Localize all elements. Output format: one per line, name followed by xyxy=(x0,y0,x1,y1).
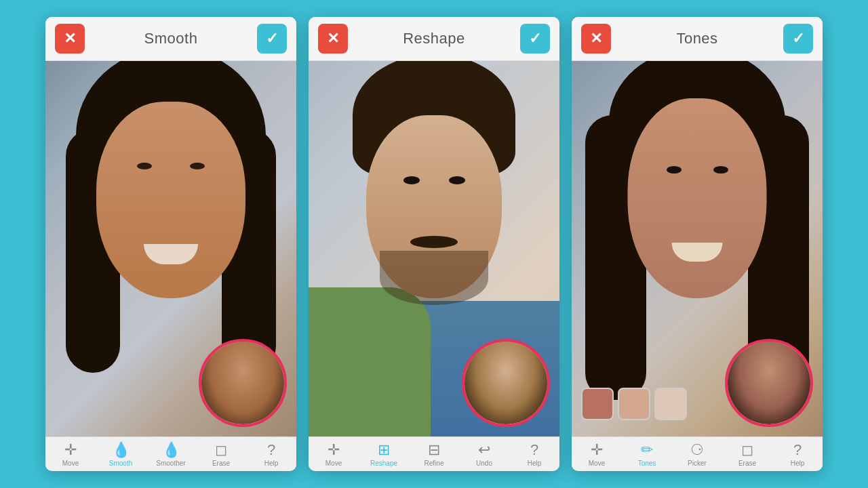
smooth-tool-smoother[interactable]: 💧 Smoother xyxy=(153,443,189,467)
tone-swatch-3[interactable] xyxy=(654,388,687,420)
move-label-2: Move xyxy=(326,460,342,467)
move-label: Move xyxy=(62,460,79,467)
erase-icon-3: ◻ xyxy=(741,443,753,458)
smooth-before-thumb xyxy=(199,339,287,427)
confirm-icon-3: ✓ xyxy=(792,30,804,47)
reshape-toolbar: ✛ Move ⊞ Reshape ⊟ Refine ↩ Undo ? Help xyxy=(309,436,559,471)
reshape-tool-refine[interactable]: ⊟ Refine xyxy=(416,443,452,467)
move-icon: ✛ xyxy=(64,443,77,458)
smoother-icon: 💧 xyxy=(162,443,180,458)
smooth-title: Smooth xyxy=(144,30,198,47)
reshape-panel: ✕ Reshape ✓ xyxy=(309,17,559,471)
tones-tool-picker[interactable]: ⚆ Picker xyxy=(679,443,715,467)
confirm-icon: ✓ xyxy=(266,30,278,47)
tone-swatch-1[interactable] xyxy=(581,388,614,420)
tones-label: Tones xyxy=(638,460,656,467)
smooth-tool-help[interactable]: ? Help xyxy=(253,443,290,467)
move-label-3: Move xyxy=(589,460,605,467)
help-icon: ? xyxy=(267,443,275,458)
smooth-photo-area xyxy=(45,61,296,436)
smoother-label: Smoother xyxy=(156,460,185,467)
undo-icon: ↩ xyxy=(478,443,490,458)
smooth-tool-erase[interactable]: ◻ Erase xyxy=(203,443,239,467)
smooth-confirm-button[interactable]: ✓ xyxy=(257,24,287,54)
tone-swatch-2[interactable] xyxy=(618,388,650,420)
app-container: ✕ Smooth ✓ xyxy=(0,0,868,488)
refine-icon: ⊟ xyxy=(428,443,440,458)
reshape-label: Reshape xyxy=(370,460,397,467)
smooth-cancel-button[interactable]: ✕ xyxy=(55,24,85,54)
tones-title: Tones xyxy=(676,30,717,47)
tones-before-thumb xyxy=(725,339,813,427)
undo-label: Undo xyxy=(476,460,492,467)
tones-confirm-button[interactable]: ✓ xyxy=(783,24,813,54)
picker-label: Picker xyxy=(688,460,707,467)
move-icon-3: ✛ xyxy=(591,443,603,458)
smooth-panel: ✕ Smooth ✓ xyxy=(45,17,296,471)
picker-icon: ⚆ xyxy=(690,443,704,458)
reshape-header: ✕ Reshape ✓ xyxy=(309,17,559,61)
tones-tool-tones[interactable]: ✏ Tones xyxy=(629,443,665,467)
reshape-tool-reshape[interactable]: ⊞ Reshape xyxy=(366,443,402,467)
smooth-tool-smooth[interactable]: 💧 Smooth xyxy=(102,443,139,467)
tones-tool-move[interactable]: ✛ Move xyxy=(578,443,615,467)
tones-photo-area xyxy=(572,61,823,436)
reshape-photo-area xyxy=(309,61,559,436)
reshape-tool-help[interactable]: ? Help xyxy=(516,443,553,467)
reshape-tool-undo[interactable]: ↩ Undo xyxy=(466,443,502,467)
cancel-icon: ✕ xyxy=(64,30,76,47)
smooth-toolbar: ✛ Move 💧 Smooth 💧 Smoother ◻ Erase ? Hel… xyxy=(45,436,296,471)
tones-cancel-button[interactable]: ✕ xyxy=(581,24,611,54)
tones-panel: ✕ Tones ✓ xyxy=(572,17,823,471)
tones-tool-erase[interactable]: ◻ Erase xyxy=(729,443,766,467)
help-icon-3: ? xyxy=(793,443,802,458)
smooth-tool-move[interactable]: ✛ Move xyxy=(52,443,89,467)
tones-icon: ✏ xyxy=(641,443,653,458)
erase-label: Erase xyxy=(212,460,230,467)
tones-toolbar: ✛ Move ✏ Tones ⚆ Picker ◻ Erase ? Help xyxy=(572,436,823,471)
reshape-icon: ⊞ xyxy=(378,443,390,458)
confirm-icon-2: ✓ xyxy=(529,30,541,47)
erase-icon: ◻ xyxy=(215,443,227,458)
help-label: Help xyxy=(264,460,279,467)
cancel-icon-2: ✕ xyxy=(327,30,339,47)
reshape-tool-move[interactable]: ✛ Move xyxy=(315,443,352,467)
tone-swatches xyxy=(581,388,687,420)
help-label-2: Help xyxy=(528,460,542,467)
reshape-title: Reshape xyxy=(403,30,465,47)
smooth-label: Smooth xyxy=(109,460,132,467)
refine-label: Refine xyxy=(425,460,444,467)
tones-header: ✕ Tones ✓ xyxy=(572,17,823,61)
smooth-header: ✕ Smooth ✓ xyxy=(45,17,296,61)
tones-tool-help[interactable]: ? Help xyxy=(779,443,816,467)
reshape-confirm-button[interactable]: ✓ xyxy=(520,24,550,54)
erase-label-3: Erase xyxy=(738,460,756,467)
help-icon-2: ? xyxy=(530,443,538,458)
smooth-icon: 💧 xyxy=(112,443,130,458)
help-label-3: Help xyxy=(791,460,805,467)
reshape-cancel-button[interactable]: ✕ xyxy=(318,24,348,54)
reshape-before-thumb xyxy=(462,339,550,427)
cancel-icon-3: ✕ xyxy=(590,30,602,47)
move-icon-2: ✛ xyxy=(328,443,340,458)
